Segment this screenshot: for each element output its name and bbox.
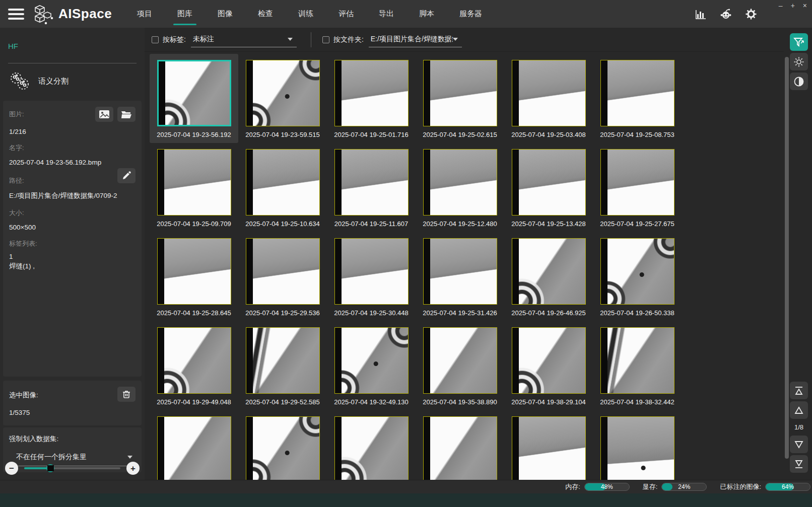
nav-tab[interactable]: 图像 (217, 7, 234, 21)
scrollbar-thumb[interactable] (785, 57, 789, 459)
contrast-icon[interactable] (790, 73, 808, 90)
image-thumbnail[interactable] (334, 149, 409, 215)
gallery-item[interactable]: 2025-07-04 19-25-03.408 (504, 54, 593, 143)
nav-tab[interactable]: 训练 (297, 7, 314, 21)
task-row[interactable]: 语义分割 (0, 63, 145, 99)
folder-filter-dropdown[interactable]: E:/项目图片集合/焊缝数据集/( (369, 32, 462, 47)
image-thumbnail[interactable] (512, 149, 586, 215)
robot-icon[interactable] (719, 8, 732, 21)
minimize-icon[interactable]: – (779, 2, 783, 9)
zoom-in-button[interactable]: + (126, 462, 140, 475)
gallery-item[interactable]: 2025-07-04 19-25-28.645 (150, 232, 238, 321)
gallery-item[interactable]: 2025-07-04 19-25-11.607 (327, 143, 416, 232)
image-thumbnail[interactable] (600, 327, 674, 394)
gallery-item[interactable]: 2025-07-04 19-29-52.585 (238, 321, 327, 410)
image-thumbnail[interactable] (334, 416, 409, 480)
edit-path-button[interactable] (117, 168, 136, 183)
image-thumbnail[interactable] (423, 327, 497, 394)
open-folder-button[interactable] (117, 107, 136, 122)
image-thumbnail[interactable] (157, 149, 231, 215)
gallery-item[interactable]: 2025-07-04 19-25-10.634 (238, 143, 327, 232)
image-thumbnail[interactable] (512, 60, 586, 126)
gallery-item[interactable]: 2025-07-04 19-25-13.428 (504, 143, 593, 232)
open-image-button[interactable] (95, 107, 113, 122)
gallery-item[interactable]: 2025-07-04 19-23-59.515 (238, 54, 327, 143)
gallery-item[interactable]: 2025-07-04 19-38-32.442 (593, 321, 682, 410)
gallery-item[interactable] (327, 410, 416, 480)
filter-toggle-button[interactable] (790, 33, 808, 51)
gallery-item[interactable]: 2025-07-04 19-25-27.675 (593, 143, 682, 232)
image-thumbnail[interactable] (246, 327, 320, 394)
zoom-slider-thumb[interactable] (46, 464, 54, 472)
image-thumbnail[interactable] (157, 238, 231, 305)
image-thumbnail[interactable] (512, 238, 586, 305)
image-thumbnail[interactable] (246, 60, 320, 126)
gallery-item[interactable]: 2025-07-04 19-26-50.338 (593, 232, 682, 321)
gallery-item[interactable]: 2025-07-04 19-35-38.890 (416, 321, 504, 410)
gallery-item[interactable] (416, 410, 504, 480)
last-page-button[interactable] (790, 455, 808, 473)
gallery-item[interactable]: 2025-07-04 19-25-09.709 (150, 143, 238, 232)
by-folder-checkbox[interactable] (322, 36, 329, 43)
image-thumbnail[interactable] (423, 149, 497, 215)
gallery-item[interactable]: 2025-07-04 19-38-29.104 (504, 321, 593, 410)
close-icon[interactable]: × (803, 2, 807, 9)
zoom-slider[interactable] (24, 462, 120, 475)
image-thumbnail[interactable] (246, 238, 320, 305)
gallery-item[interactable]: 2025-07-04 19-23-56.192 (150, 54, 238, 143)
image-thumbnail[interactable] (423, 60, 497, 126)
zoom-out-button[interactable]: − (5, 462, 18, 475)
prev-page-button[interactable] (790, 401, 808, 419)
nav-tab[interactable]: 脚本 (418, 7, 435, 21)
gallery-item[interactable]: 2025-07-04 19-25-29.536 (238, 232, 327, 321)
image-thumbnail[interactable] (334, 60, 409, 126)
image-thumbnail[interactable] (512, 416, 586, 480)
image-thumbnail[interactable] (157, 327, 231, 394)
image-thumbnail[interactable] (157, 416, 231, 480)
gallery-item[interactable] (504, 410, 593, 480)
first-page-button[interactable] (790, 382, 808, 399)
gallery-item[interactable] (238, 410, 327, 480)
gallery-item[interactable] (593, 410, 682, 480)
page-indicator: 1/8 (794, 421, 803, 433)
brightness-sun-icon[interactable] (790, 53, 808, 70)
bar-chart-icon[interactable] (694, 8, 707, 21)
image-thumbnail[interactable] (600, 149, 674, 215)
by-tag-checkbox[interactable] (152, 36, 159, 43)
nav-tab[interactable]: 导出 (378, 7, 395, 21)
image-thumbnail[interactable] (334, 238, 409, 305)
nav-tab[interactable]: 评估 (337, 7, 355, 21)
image-thumbnail[interactable] (423, 416, 497, 480)
gear-icon[interactable] (745, 8, 758, 21)
image-thumbnail[interactable] (334, 327, 409, 394)
gallery-item[interactable]: 2025-07-04 19-32-49.130 (327, 321, 416, 410)
hamburger-menu-icon[interactable] (8, 6, 24, 22)
nav-tab[interactable]: 图库 (176, 7, 193, 21)
image-thumbnail[interactable] (600, 416, 674, 480)
image-thumbnail[interactable] (423, 238, 497, 305)
gallery-item[interactable]: 2025-07-04 19-25-02.615 (416, 54, 504, 143)
image-thumbnail[interactable] (246, 149, 320, 215)
gallery-item[interactable]: 2025-07-04 19-29-49.048 (150, 321, 238, 410)
nav-tab[interactable]: 项目 (136, 7, 153, 21)
trash-button[interactable] (117, 387, 136, 402)
tag-filter-dropdown[interactable]: 未标注 (191, 32, 297, 47)
image-thumbnail[interactable] (157, 60, 231, 126)
nav-tab[interactable]: 服务器 (458, 7, 483, 21)
gallery-item[interactable]: 2025-07-04 19-25-31.426 (416, 232, 504, 321)
gallery-item[interactable]: 2025-07-04 19-25-08.753 (593, 54, 682, 143)
chevron-down-icon (127, 456, 132, 459)
nav-tab[interactable]: 检查 (257, 7, 274, 21)
gallery-item[interactable] (150, 410, 238, 480)
gallery-item[interactable]: 2025-07-04 19-25-01.716 (327, 54, 416, 143)
image-thumbnail[interactable] (600, 238, 674, 305)
next-page-button[interactable] (790, 436, 808, 453)
image-thumbnail[interactable] (246, 416, 320, 480)
image-thumbnail[interactable] (600, 60, 674, 126)
image-thumbnail[interactable] (512, 327, 586, 394)
gallery-scrollbar[interactable] (784, 28, 789, 480)
gallery-item[interactable]: 2025-07-04 19-26-46.925 (504, 232, 593, 321)
gallery-item[interactable]: 2025-07-04 19-25-30.448 (327, 232, 416, 321)
maximize-icon[interactable]: + (791, 2, 795, 9)
gallery-item[interactable]: 2025-07-04 19-25-12.480 (416, 143, 504, 232)
